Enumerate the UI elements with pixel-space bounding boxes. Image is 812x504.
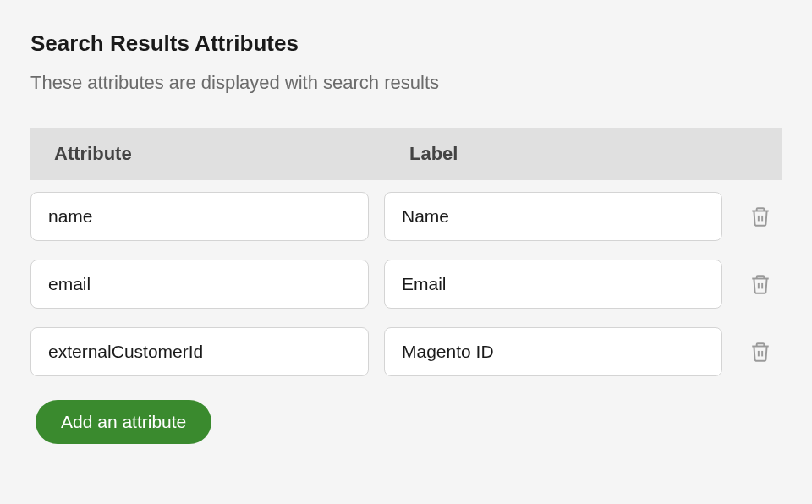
attribute-input[interactable]	[30, 327, 369, 376]
section-subtitle: These attributes are displayed with sear…	[30, 72, 782, 94]
label-input[interactable]	[384, 327, 722, 376]
trash-icon	[749, 272, 771, 296]
header-label: Label	[409, 143, 748, 165]
delete-row-button[interactable]	[746, 201, 775, 232]
header-attribute: Attribute	[54, 143, 409, 165]
table-row	[30, 327, 782, 376]
delete-row-button[interactable]	[746, 337, 775, 367]
add-attribute-button[interactable]: Add an attribute	[36, 400, 211, 444]
label-input[interactable]	[384, 192, 722, 241]
table-header: Attribute Label	[30, 128, 782, 180]
delete-row-button[interactable]	[746, 269, 775, 299]
trash-icon	[749, 205, 771, 228]
attribute-input[interactable]	[30, 260, 369, 309]
section-title: Search Results Attributes	[30, 30, 782, 57]
table-row	[30, 260, 782, 309]
trash-icon	[749, 340, 771, 364]
attribute-input[interactable]	[30, 192, 369, 241]
label-input[interactable]	[384, 260, 722, 309]
table-row	[30, 192, 782, 241]
